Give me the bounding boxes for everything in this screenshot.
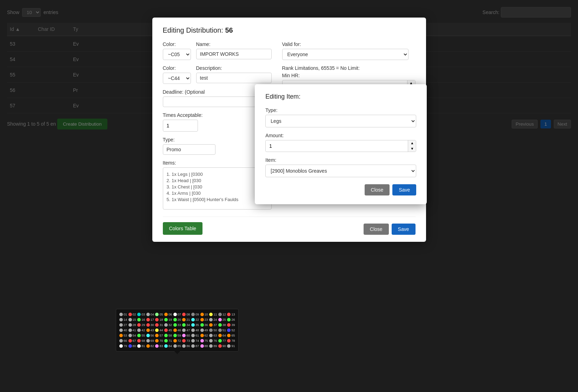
color-cell-15[interactable]: 15 (128, 317, 137, 322)
type-input[interactable] (163, 144, 215, 155)
color-cell-46[interactable]: 46 (173, 328, 182, 333)
color-cell-33[interactable]: 33 (173, 323, 182, 327)
color-cell-88[interactable]: 88 (200, 344, 209, 348)
color-cell-89[interactable]: 89 (209, 344, 218, 348)
main-close-button[interactable]: Close (364, 224, 389, 235)
valid-select[interactable]: Everyone (282, 49, 408, 60)
color-cell-10[interactable]: 10 (200, 312, 209, 317)
color-cell-74[interactable]: 74 (191, 338, 200, 343)
color-cell-75[interactable]: 75 (200, 338, 209, 343)
color-cell-62[interactable]: 62 (200, 333, 209, 338)
color-cell-63[interactable]: 63 (209, 333, 218, 338)
color-cell-44[interactable]: 44 (155, 328, 164, 333)
color-cell-35[interactable]: 35 (191, 323, 200, 327)
color-cell-80[interactable]: 80 (128, 344, 137, 348)
color-cell-12[interactable]: 12 (218, 312, 227, 317)
color-select[interactable]: ~C05 (163, 49, 191, 60)
color-cell-82[interactable]: 82 (146, 344, 155, 348)
color-cell-17[interactable]: 17 (146, 317, 155, 322)
color-cell-38[interactable]: 38 (218, 323, 227, 327)
color-cell-60[interactable]: 60 (182, 333, 191, 338)
desc-input[interactable] (196, 73, 272, 83)
color2-select[interactable]: ~C44 (163, 73, 191, 84)
color-cell-21[interactable]: 21 (182, 317, 191, 322)
color-cell-06[interactable]: 06 (164, 312, 173, 317)
color-cell-34[interactable]: 34 (182, 323, 191, 327)
color-cell-67[interactable]: 67 (128, 338, 137, 343)
color-cell-11[interactable]: 11 (209, 312, 218, 317)
color-cell-42[interactable]: 42 (137, 328, 146, 333)
color-cell-07[interactable]: 07 (173, 312, 182, 317)
color-cell-71[interactable]: 71 (164, 338, 173, 343)
color-cell-68[interactable]: 68 (137, 338, 146, 343)
color-cell-83[interactable]: 83 (155, 344, 164, 348)
color-cell-43[interactable]: 43 (146, 328, 155, 333)
color-cell-91[interactable]: 91 (227, 344, 235, 348)
color-cell-01[interactable]: 01 (119, 312, 128, 317)
color-cell-16[interactable]: 16 (137, 317, 146, 322)
color-cell-18[interactable]: 18 (155, 317, 164, 322)
color-cell-19[interactable]: 19 (164, 317, 173, 322)
inner-amount-input[interactable] (266, 141, 408, 151)
times-input[interactable] (163, 121, 198, 131)
main-save-button[interactable]: Save (392, 224, 416, 235)
color-cell-09[interactable]: 09 (191, 312, 200, 317)
color-cell-90[interactable]: 90 (218, 344, 227, 348)
color-cell-37[interactable]: 37 (209, 323, 218, 327)
inner-save-button[interactable]: Save (392, 184, 416, 195)
color-cell-72[interactable]: 72 (173, 338, 182, 343)
color-cell-69[interactable]: 69 (146, 338, 155, 343)
color-cell-02[interactable]: 02 (128, 312, 137, 317)
inner-item-select[interactable]: [2900] Monoblos Greaves (265, 165, 416, 177)
color-cell-86[interactable]: 86 (182, 344, 191, 348)
color-cell-26[interactable]: 26 (227, 317, 235, 322)
color-cell-24[interactable]: 24 (209, 317, 218, 322)
color-cell-23[interactable]: 23 (200, 317, 209, 322)
color-cell-77[interactable]: 77 (218, 338, 227, 343)
color-cell-22[interactable]: 22 (191, 317, 200, 322)
color-cell-59[interactable]: 59 (173, 333, 182, 338)
color-cell-56[interactable]: 56 (146, 333, 155, 338)
color-cell-61[interactable]: 61 (191, 333, 200, 338)
inner-amount-up[interactable]: ▲ (408, 140, 416, 146)
color-cell-65[interactable]: 65 (227, 333, 235, 338)
color-cell-57[interactable]: 57 (155, 333, 164, 338)
color-cell-50[interactable]: 50 (209, 328, 218, 333)
color-cell-49[interactable]: 49 (200, 328, 209, 333)
color-cell-55[interactable]: 55 (137, 333, 146, 338)
color-cell-14[interactable]: 14 (119, 317, 128, 322)
color-cell-45[interactable]: 45 (164, 328, 173, 333)
color-cell-40[interactable]: 40 (119, 328, 128, 333)
color-cell-25[interactable]: 25 (218, 317, 227, 322)
color-cell-58[interactable]: 58 (164, 333, 173, 338)
color-cell-73[interactable]: 73 (182, 338, 191, 343)
color-cell-85[interactable]: 85 (173, 344, 182, 348)
color-cell-51[interactable]: 51 (218, 328, 227, 333)
color-cell-47[interactable]: 47 (182, 328, 191, 333)
color-cell-78[interactable]: 78 (227, 338, 235, 343)
colors-table-button[interactable]: Colors Table (163, 222, 203, 235)
name-input[interactable] (196, 49, 272, 59)
color-cell-79[interactable]: 79 (119, 344, 128, 348)
color-cell-84[interactable]: 84 (164, 344, 173, 348)
color-cell-52[interactable]: 52 (227, 328, 235, 333)
color-cell-27[interactable]: 27 (119, 323, 128, 327)
color-cell-48[interactable]: 48 (191, 328, 200, 333)
inner-amount-spinner[interactable]: ▲ ▼ (408, 140, 416, 152)
inner-type-select[interactable]: Legs Head Chest Arms Waist (265, 115, 416, 127)
inner-amount-down[interactable]: ▼ (408, 146, 416, 152)
color-cell-81[interactable]: 81 (137, 344, 146, 348)
color-cell-31[interactable]: 31 (155, 323, 164, 327)
color-cell-03[interactable]: 03 (137, 312, 146, 317)
color-cell-70[interactable]: 70 (155, 338, 164, 343)
color-cell-28[interactable]: 28 (128, 323, 137, 327)
color-cell-76[interactable]: 76 (209, 338, 218, 343)
color-cell-64[interactable]: 64 (218, 333, 227, 338)
color-cell-08[interactable]: 08 (182, 312, 191, 317)
color-cell-66[interactable]: 66 (119, 338, 128, 343)
color-cell-05[interactable]: 05 (155, 312, 164, 317)
inner-close-button[interactable]: Close (365, 184, 390, 195)
color-cell-39[interactable]: 39 (227, 323, 235, 327)
color-cell-36[interactable]: 36 (200, 323, 209, 327)
color-cell-87[interactable]: 87 (191, 344, 200, 348)
